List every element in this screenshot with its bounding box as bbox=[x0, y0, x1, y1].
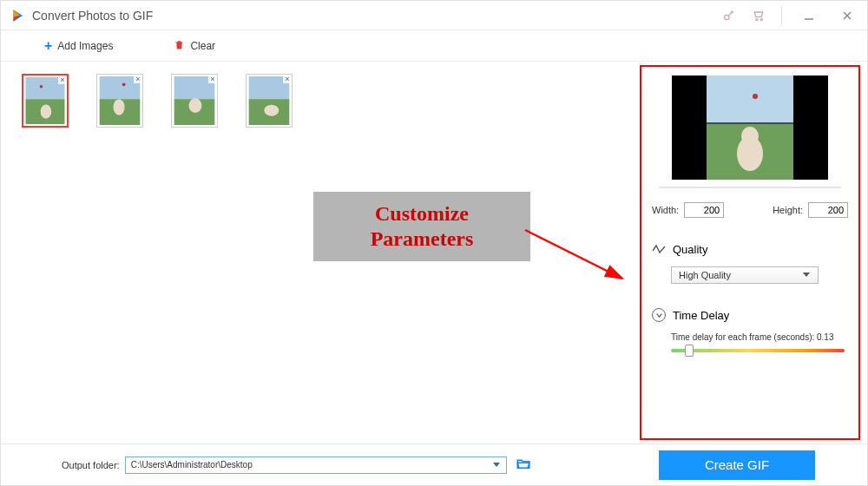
annotation-line1: Customize bbox=[375, 202, 469, 225]
time-delay-block: Time Delay Time delay for each frame (se… bbox=[652, 308, 848, 352]
thumbnail-row: × × × × bbox=[22, 74, 619, 128]
time-delay-label: Time Delay bbox=[673, 309, 729, 322]
svg-point-5 bbox=[760, 18, 762, 20]
svg-rect-25 bbox=[707, 76, 793, 124]
remove-thumb-icon[interactable]: × bbox=[208, 75, 217, 83]
chevron-down-icon bbox=[802, 270, 811, 280]
quality-label: Quality bbox=[673, 243, 707, 256]
output-folder-select[interactable]: C:\Users\Administrator\Desktop bbox=[125, 456, 507, 474]
svg-point-11 bbox=[40, 85, 43, 89]
svg-point-12 bbox=[41, 105, 52, 119]
annotation-line2: Parameters bbox=[371, 227, 474, 250]
title-controls bbox=[722, 4, 858, 27]
title-bar: Convert Photos to GIF bbox=[1, 1, 867, 30]
toolbar: + Add Images Clear bbox=[1, 30, 867, 62]
plus-icon: + bbox=[44, 38, 52, 54]
slider-thumb[interactable] bbox=[685, 345, 694, 357]
add-images-label: Add Images bbox=[57, 40, 113, 52]
thumbnail[interactable]: × bbox=[96, 74, 143, 128]
svg-point-19 bbox=[188, 98, 201, 113]
add-images-button[interactable]: + Add Images bbox=[44, 38, 113, 54]
svg-line-24 bbox=[525, 230, 622, 279]
close-button[interactable] bbox=[836, 4, 858, 27]
wave-icon bbox=[652, 242, 666, 256]
svg-point-15 bbox=[122, 82, 126, 86]
preview-area bbox=[672, 76, 828, 180]
key-icon[interactable] bbox=[722, 9, 736, 23]
thumbnail[interactable]: × bbox=[171, 74, 218, 128]
output-folder-label: Output folder: bbox=[62, 460, 120, 470]
svg-point-3 bbox=[725, 15, 729, 19]
remove-thumb-icon[interactable]: × bbox=[58, 76, 67, 84]
svg-marker-31 bbox=[803, 273, 810, 277]
remove-thumb-icon[interactable]: × bbox=[134, 75, 142, 83]
preview-divider bbox=[659, 187, 841, 188]
main-area: × × × × Customize Parameters bbox=[1, 62, 867, 443]
bottom-bar: Output folder: C:\Users\Administrator\De… bbox=[1, 443, 867, 485]
svg-point-30 bbox=[741, 127, 759, 146]
divider bbox=[781, 6, 782, 25]
time-delay-value: 0.13 bbox=[817, 332, 833, 342]
dimensions-row: Width: Height: bbox=[652, 202, 848, 218]
quality-value: High Quality bbox=[679, 270, 731, 280]
svg-marker-32 bbox=[493, 463, 500, 467]
quality-block: Quality High Quality bbox=[652, 242, 848, 284]
app-logo bbox=[10, 8, 25, 23]
quality-header: Quality bbox=[652, 242, 848, 256]
preview-letterbox bbox=[672, 76, 707, 180]
height-input[interactable] bbox=[808, 202, 848, 218]
output-folder-path: C:\Users\Administrator\Desktop bbox=[131, 460, 253, 470]
preview-letterbox bbox=[793, 76, 828, 180]
thumbnail[interactable]: × bbox=[246, 74, 293, 128]
time-delay-header: Time Delay bbox=[652, 308, 848, 322]
clear-label: Clear bbox=[190, 40, 215, 52]
annotation-text: Customize Parameters bbox=[371, 201, 474, 252]
width-input[interactable] bbox=[684, 202, 724, 218]
quality-select[interactable]: High Quality bbox=[671, 266, 819, 284]
circle-down-icon bbox=[652, 308, 666, 322]
window-title: Convert Photos to GIF bbox=[32, 9, 153, 23]
width-label: Width: bbox=[652, 205, 679, 215]
height-label: Height: bbox=[773, 205, 803, 215]
preview-image bbox=[707, 76, 793, 180]
time-delay-slider[interactable] bbox=[671, 349, 845, 352]
svg-point-22 bbox=[264, 105, 279, 116]
svg-point-4 bbox=[756, 18, 758, 20]
annotation-arrow bbox=[522, 227, 635, 296]
chevron-down-icon bbox=[492, 460, 501, 470]
cart-icon[interactable] bbox=[752, 9, 766, 23]
create-gif-button[interactable]: Create GIF bbox=[659, 450, 815, 480]
trash-icon bbox=[174, 39, 185, 53]
parameters-panel: Width: Height: Quality High Quality bbox=[640, 65, 860, 440]
annotation-box: Customize Parameters bbox=[313, 192, 530, 261]
remove-thumb-icon[interactable]: × bbox=[283, 75, 292, 83]
time-delay-description: Time delay for each frame (seconds): 0.1… bbox=[671, 332, 848, 342]
svg-point-16 bbox=[114, 99, 125, 115]
folder-open-icon[interactable] bbox=[516, 456, 531, 474]
minimize-button[interactable] bbox=[798, 4, 820, 27]
thumbnail[interactable]: × bbox=[22, 74, 69, 128]
clear-button[interactable]: Clear bbox=[174, 39, 215, 53]
svg-point-28 bbox=[753, 94, 758, 99]
left-panel: × × × × Customize Parameters bbox=[1, 62, 640, 443]
